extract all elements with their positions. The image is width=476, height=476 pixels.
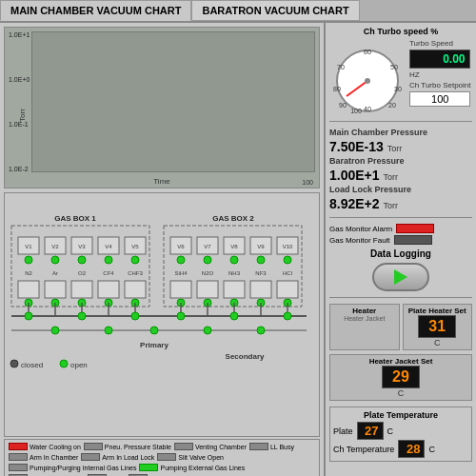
svg-point-84 [150,327,158,334]
svg-text:40: 40 [364,106,371,112]
pump-internal-led [9,464,28,471]
heater-jacket-set-label: Heater Jacket Set [369,357,433,366]
data-logging-button[interactable] [372,263,429,291]
turbo-gauge: 60 40 70 50 80 30 90 20 100 [329,39,406,115]
chart-plot-area [31,31,315,172]
svg-text:CHF3: CHF3 [128,270,143,276]
turbo-setpoint-value[interactable]: 100 [409,91,470,107]
plate-temp-unit: C [387,426,394,436]
chart-y-label: Torr [18,109,27,123]
svg-text:V5: V5 [131,244,139,249]
status-arm-chamber: Arm In Chamber [9,453,78,461]
svg-text:V2: V2 [51,244,59,249]
main-chamber-value: 7.50E-13 [329,139,384,154]
chart-x-label: Time [153,177,169,186]
svg-text:80: 80 [333,86,341,92]
svg-point-82 [51,327,59,334]
data-logging-section: Data Logging [329,248,472,291]
turbo-speed-section: Ch Turbo speed % 60 40 70 50 80 30 90 20… [329,27,472,115]
baratron-label: Baratron Pressure [329,156,472,166]
status-pneu-pressure: Pneu. Pressure Stable [84,443,171,450]
svg-text:HCl: HCl [283,270,292,276]
svg-point-15 [105,256,112,264]
plate-heater-box: Plate Heater Set 31 C [403,304,473,350]
pneu-led [84,443,103,450]
turbo-hz-label: HZ [409,70,470,79]
status-venting: Venting Chamber [174,443,247,450]
right-panel: Ch Turbo speed % 60 40 70 50 80 30 90 20… [324,23,476,476]
heater-jacket-set-value[interactable]: 29 [382,366,420,388]
svg-text:Primary: Primary [140,341,169,349]
svg-text:GAS BOX 1: GAS BOX 1 [54,214,96,223]
svg-text:CF4: CF4 [103,270,114,276]
heater-box: Heater Heater Jacket [329,304,400,350]
svg-point-9 [51,256,59,264]
logging-play-icon [394,269,407,285]
svg-text:50: 50 [390,64,398,70]
status-pumping-external: Pumping External Gas Lines [139,464,245,471]
svg-text:open: open [70,361,88,369]
plate-heater-unit: C [434,338,441,347]
svg-rect-24 [18,281,39,298]
heater-jacket-unit: C [398,388,405,398]
baratron-value: 1.00E+1 [329,168,380,183]
svg-text:V7: V7 [204,244,211,249]
svg-point-75 [25,312,32,320]
piping-diagram: GAS BOX 1 GAS BOX 2 V1 V2 V3 V4 [4,192,320,437]
svg-text:NH3: NH3 [228,270,241,276]
svg-point-78 [177,312,185,320]
plate-label: Plate [333,426,353,436]
svg-text:Secondary: Secondary [226,352,265,361]
svg-point-18 [131,256,139,264]
svg-rect-62 [277,281,298,298]
ch-temp-label: Ch Temperature [333,445,394,454]
turbo-speed-label: Turbo Speed [409,39,470,48]
status-slit-valve: Slit Valve Open [157,453,224,461]
plate-heater-value[interactable]: 31 [418,315,456,338]
heater-label: Heater [352,307,376,315]
svg-text:N2: N2 [25,270,32,276]
svg-text:V4: V4 [105,244,112,249]
status-panel: Water Cooling on Pneu. Pressure Stable V… [4,439,320,476]
svg-rect-28 [71,281,92,298]
svg-text:20: 20 [388,102,396,109]
load-lock-label: Load Lock Pressure [329,185,472,194]
water-cooling-led [9,443,28,450]
svg-point-76 [78,312,86,320]
venting-led [174,443,193,450]
svg-point-104 [365,78,370,84]
gauge-area: 60 40 70 50 80 30 90 20 100 Turbo Speed … [329,39,472,115]
plate-temp-title: Plate Temperature [333,410,468,420]
svg-text:SiH4: SiH4 [174,270,188,276]
svg-rect-30 [98,281,119,298]
svg-point-83 [105,327,112,334]
chart-y-ticks: 1.0E+1 1.0E+0 1.0E-1 1.0E-2 [9,31,30,172]
ch-temp-row: Ch Temperature 28 C [333,440,468,458]
svg-rect-56 [197,281,218,298]
baratron-unit: Torr [384,172,399,182]
status-ll-busy: LL Busy [249,443,294,450]
gas-fault-label: Gas Monitor Fault [329,236,390,245]
svg-rect-26 [45,281,66,298]
status-pumping-internal: Pumping/Purging Internal Gas Lines [9,464,136,471]
main-chamber-label: Main Chamber Pressure [329,128,472,137]
main-chamber-unit: Torr [387,144,403,153]
tab-main-chamber[interactable]: MAIN CHAMBER VACUUM CHART [0,0,191,21]
svg-text:NF3: NF3 [255,270,267,276]
svg-point-91 [60,360,68,367]
gas-alarm-row: Gas Monitor Alarm [329,224,472,233]
ch-temp-unit: C [428,445,435,454]
tab-baratron[interactable]: BARATRON VACUUM CHART [191,0,359,21]
sep1 [329,121,472,122]
svg-text:O2: O2 [78,270,87,276]
chart-x-max: 100 [302,179,313,186]
main-chamber-row: 7.50E-13 Torr [329,139,472,154]
ch-temp-value: 28 [398,440,425,458]
load-lock-unit: Torr [384,201,399,210]
svg-rect-54 [170,281,191,298]
svg-text:V8: V8 [230,244,238,249]
svg-point-86 [257,327,265,334]
svg-text:V6: V6 [177,244,185,249]
svg-rect-58 [224,281,245,298]
plate-temp-section: Plate Temperature Plate 27 C Ch Temperat… [329,407,472,462]
